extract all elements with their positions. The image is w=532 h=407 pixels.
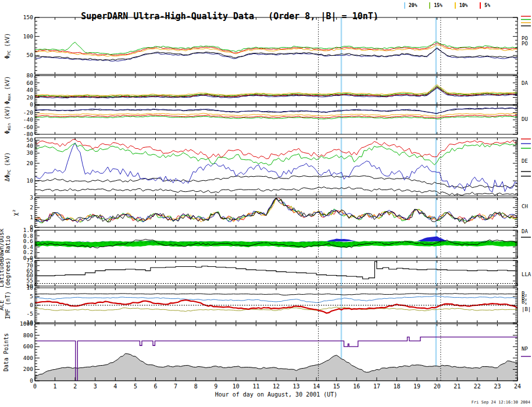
panel-phi-max [35,76,517,105]
y-tick-label: 10 [27,177,34,184]
panel-delta-phi-pc [35,138,517,196]
y-tick-label: 400 [23,355,33,361]
right-label-NP: NP [522,346,528,352]
x-axis-title: Hour of day on August, 30 2001 (UT) [215,391,338,398]
hour-label: 16 [353,383,360,390]
y-tick-label: 2 [30,204,33,210]
panel-ace-imf [35,288,517,323]
hour-label: 2 [73,383,77,390]
panel-phi-pc [35,17,517,74]
axis-label-delta-phi-pc: ΔΦPC (kV) [4,152,12,182]
hour-label: 17 [373,383,380,390]
y-tick-label: -5 [27,310,33,317]
y-tick-label: -60 [23,124,33,130]
hour-label: 11 [252,383,259,390]
right-label-DA: DA [522,80,528,86]
series-orange-line [35,113,517,116]
series-green-line [35,86,517,97]
series-black-line [35,198,517,223]
hour-label: 20 [434,383,441,390]
y-tick-label: 50 [27,137,34,143]
hour-label: 13 [293,383,300,390]
hour-label: 18 [393,383,400,390]
y-tick-label: 10 [27,284,34,291]
hour-label: 7 [174,383,177,390]
axis-label-latitude: (degrees) [5,258,11,289]
y-tick-label: 50 [27,52,34,58]
series-llat-step [35,262,517,279]
timestamp: Fri Sep 24 12:16:30 2004 [472,400,530,405]
y-tick-label: -20 [23,109,33,116]
right-label-PO: PO [522,41,528,47]
y-tick-label: 0.2 [23,249,33,255]
hour-label: 22 [474,383,481,390]
hour-label: 14 [313,383,320,390]
y-tick-label: 5 [30,293,33,299]
axis-label-phi-max: Φmax (kV) [4,76,12,105]
y-tick-label: 20 [27,160,34,166]
chart-svg: 50100150ΦPC (kV)020406080Φmax (kV)-80-60… [0,0,532,407]
right-label-DE: DE [522,158,528,164]
y-tick-label: 0 [30,101,33,108]
right-label-DA: DA [522,229,528,234]
y-tick-label: -40 [23,116,33,123]
y-tick-label: 75 [27,257,33,263]
series-blue-line [35,88,517,98]
panel-frame [35,17,517,74]
y-tick-label: 80 [27,72,34,78]
hour-label: 15 [333,383,340,390]
panel-frame [35,138,517,196]
y-tick-label: 150 [23,14,33,20]
axis-label-data-points: Data Points [3,333,9,372]
hour-label: 9 [214,383,217,390]
y-tick-label: 600 [23,343,33,349]
series-black-line-upper [35,176,517,188]
hour-label: 0 [33,383,37,390]
axis-label-ace-imf: IMF (nT) [5,291,11,319]
panel-latitude [35,260,517,286]
axis-label-dawn-dusk-ratio: Ratio [5,235,11,253]
y-tick-label: 40 [27,142,34,149]
hour-label: 10 [233,383,240,390]
right-label-CH: CH [522,204,528,209]
y-tick-label: 1.0 [23,227,33,233]
y-tick-label: 200 [23,366,33,372]
hour-label: 4 [113,383,117,390]
axis-label-dawn-dusk-ratio: Dawn/Dusk [0,229,5,260]
panel-phi-min [35,105,517,134]
superdarn-plot-page: SuperDARN Ultra-High-Quality Data(Order … [0,0,532,407]
y-tick-label: 3 [30,194,33,201]
hour-label: 19 [413,383,420,390]
y-tick-label: 1000 [20,320,33,327]
series-orange-speck-line [35,198,517,223]
axis-label-phi-min: Φmin (kV) [4,106,12,134]
hour-label: 21 [454,383,460,390]
hour-label: 1 [53,383,57,390]
right-label-DU: DU [522,116,528,122]
y-tick-label: 0.4 [23,244,33,250]
y-tick-label: 40 [27,87,34,93]
panel-frame [35,260,517,286]
hour-label: 23 [494,383,501,390]
axis-label-chi-squared: χ² [12,209,19,216]
series-npoints-area [35,354,517,381]
right-label-LLA: LLA [522,272,531,277]
series-orange-line [35,85,517,96]
right-label-B: |B| [522,306,531,312]
panel-dawn-dusk-ratio [35,230,517,258]
y-tick-label: 100 [23,33,33,40]
y-tick-label: 20 [27,94,34,101]
axis-label-ace-imf: ACE [0,300,5,310]
panel-frame [35,76,517,105]
axis-label-latitude: Latitude [0,259,5,287]
axis-label-phi-pc: ΦPC (kV) [4,33,12,59]
hour-label: 3 [94,383,97,390]
hour-label: 5 [134,383,137,390]
y-tick-label: 0 [30,302,33,308]
panel-data-points [35,324,517,381]
y-tick-label: 0.6 [23,238,33,244]
y-tick-label: 30 [27,149,34,156]
series-By [35,307,517,312]
y-tick-label: 60 [27,80,34,86]
hour-label: 8 [194,383,198,390]
